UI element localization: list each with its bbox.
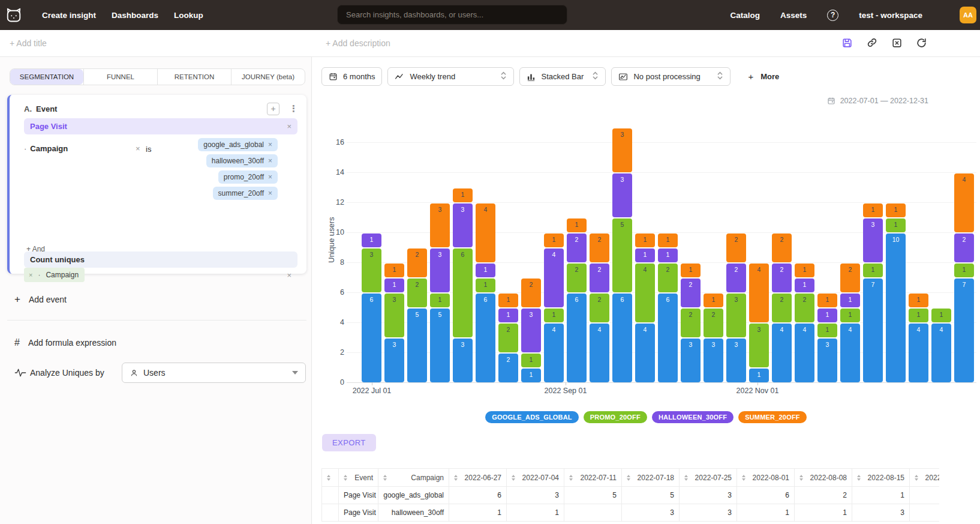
bar-segment[interactable]: 2 <box>590 264 609 292</box>
help-icon[interactable]: ? <box>827 10 838 21</box>
bar-segment[interactable]: 3 <box>612 128 632 172</box>
global-search-input[interactable]: Search insights, dashboards, or users... <box>337 5 567 25</box>
tab-journey[interactable]: JOURNEY (beta) <box>231 69 305 85</box>
breakdown-chip[interactable]: × · Campaign <box>24 268 85 282</box>
legend-pill-google_ads_global[interactable]: GOOGLE_ADS_GLOBAL <box>485 411 579 423</box>
bar-segment[interactable]: 2 <box>498 354 518 382</box>
bar-segment[interactable]: 1 <box>795 279 814 292</box>
bar-2022-07-11[interactable]: 225 <box>407 248 427 382</box>
bar-segment[interactable]: 2 <box>726 233 746 262</box>
bar-segment[interactable]: 2 <box>590 233 609 262</box>
bar-2022-11-07[interactable]: 1124 <box>795 264 814 382</box>
bar-segment[interactable]: 4 <box>772 324 792 382</box>
chart-type-select[interactable]: Stacked Bar <box>519 67 606 86</box>
filter-value-chip[interactable]: summer_20off× <box>213 187 278 200</box>
user-avatar[interactable]: AA <box>960 7 976 23</box>
nav-create-insight[interactable]: Create insight <box>42 11 96 20</box>
bar-segment[interactable]: 1 <box>909 309 928 322</box>
column-header-2022-08-01[interactable]: 2022-08-01 <box>737 469 795 487</box>
bar-segment[interactable]: 5 <box>612 218 632 292</box>
bar-2022-07-18[interactable]: 3315 <box>430 203 450 382</box>
bar-segment[interactable]: 1 <box>544 233 564 247</box>
add-title-button[interactable]: + Add title <box>10 38 47 48</box>
legend-pill-halloween_30off[interactable]: HALLOWEEN_30OFF <box>652 411 734 423</box>
bar-segment[interactable]: 1 <box>817 309 837 322</box>
bar-segment[interactable]: 4 <box>544 248 564 307</box>
bar-segment[interactable]: 2 <box>772 294 792 322</box>
bar-segment[interactable]: 1 <box>384 264 404 277</box>
column-header-campaign[interactable]: Campaign <box>378 469 449 487</box>
bar-segment[interactable]: 4 <box>795 324 814 382</box>
bar-2022-10-10[interactable]: 123 <box>704 294 723 382</box>
bar-segment[interactable]: 1 <box>453 188 473 202</box>
remove-value-icon[interactable]: × <box>268 157 272 165</box>
workspace-name[interactable]: test - workspace <box>859 11 922 20</box>
copy-link-icon[interactable] <box>866 37 878 49</box>
filter-operator[interactable]: is <box>146 145 151 154</box>
bar-segment[interactable]: 3 <box>726 339 746 382</box>
app-logo-cat-icon[interactable] <box>5 6 23 24</box>
bar-segment[interactable]: 4 <box>931 324 951 382</box>
bar-segment[interactable]: 4 <box>635 264 655 322</box>
filter-value-chip[interactable]: google_ads_global× <box>198 138 278 151</box>
bar-segment[interactable]: 1 <box>384 279 404 292</box>
bar-segment[interactable]: 2 <box>772 233 792 262</box>
filter-value-chip[interactable]: promo_20off× <box>218 170 278 184</box>
bar-segment[interactable]: 2 <box>407 248 427 277</box>
bar-2022-09-12[interactable]: 3356 <box>612 128 632 382</box>
remove-value-icon[interactable]: × <box>268 173 272 181</box>
bar-segment[interactable]: 3 <box>430 248 450 292</box>
bar-2022-08-08[interactable]: 1122 <box>498 294 518 382</box>
add-event-button[interactable]: + Add event <box>14 294 67 306</box>
bar-segment[interactable]: 3 <box>521 309 541 352</box>
bar-segment[interactable]: 4 <box>954 173 974 232</box>
nav-assets[interactable]: Assets <box>780 11 807 20</box>
bar-segment[interactable]: 3 <box>362 248 381 292</box>
bar-segment[interactable]: 6 <box>567 294 587 382</box>
legend-pill-promo_20off[interactable]: PROMO_20OFF <box>584 411 647 423</box>
event-menu-icon[interactable]: ⋮ <box>289 103 298 114</box>
column-header-2022-07-25[interactable]: 2022-07-25 <box>680 469 737 487</box>
analyze-by-select[interactable]: Users <box>122 363 306 383</box>
event-selector[interactable]: Page Visit × <box>24 118 297 134</box>
nav-dashboards[interactable]: Dashboards <box>112 11 158 20</box>
remove-filter-icon[interactable]: × <box>136 144 140 153</box>
bar-2022-08-01[interactable]: 4116 <box>476 203 495 382</box>
bar-segment[interactable]: 2 <box>567 233 587 262</box>
bar-segment[interactable]: 3 <box>430 203 450 247</box>
bar-segment[interactable]: 4 <box>544 324 564 382</box>
bar-segment[interactable]: 2 <box>407 279 427 307</box>
bar-segment[interactable]: 3 <box>384 339 404 382</box>
bar-segment[interactable]: 1 <box>635 233 655 247</box>
trend-select[interactable]: Weekly trend <box>387 67 514 86</box>
bar-segment[interactable]: 1 <box>681 264 701 277</box>
bar-segment[interactable]: 4 <box>840 324 860 382</box>
bar-2022-11-28[interactable]: 1317 <box>863 203 883 382</box>
bar-2022-09-05[interactable]: 2224 <box>590 233 609 382</box>
bar-segment[interactable]: 1 <box>909 294 928 307</box>
bar-segment[interactable]: 1 <box>795 264 814 277</box>
bar-segment[interactable]: 1 <box>704 294 723 307</box>
bar-segment[interactable]: 1 <box>521 369 541 382</box>
filter-property[interactable]: Campaign <box>30 144 68 153</box>
tab-retention[interactable]: RETENTION <box>157 69 231 85</box>
bar-2022-12-26[interactable]: 4217 <box>954 173 974 382</box>
bar-2022-09-19[interactable]: 1144 <box>635 233 655 382</box>
add-formula-button[interactable]: # Add formula expression <box>14 337 116 348</box>
bar-segment[interactable]: 1 <box>658 233 678 247</box>
bar-segment[interactable]: 6 <box>453 248 473 337</box>
column-header-2022-07-04[interactable]: 2022-07-04 <box>507 469 564 487</box>
bar-segment[interactable]: 2 <box>567 264 587 292</box>
bar-segment[interactable]: 2 <box>498 324 518 352</box>
remove-value-icon[interactable]: × <box>268 140 272 149</box>
nav-catalog[interactable]: Catalog <box>730 11 760 20</box>
bar-segment[interactable]: 3 <box>612 173 632 217</box>
sort-icon[interactable] <box>799 475 803 481</box>
bar-segment[interactable]: 1 <box>886 218 906 232</box>
bar-segment[interactable]: 3 <box>817 339 837 382</box>
bar-segment[interactable]: 2 <box>726 264 746 292</box>
filter-value-chip[interactable]: halloween_30off× <box>206 154 278 167</box>
remove-event-icon[interactable]: × <box>287 122 291 131</box>
bar-2022-11-21[interactable]: 2114 <box>840 264 860 382</box>
bar-segment[interactable]: 2 <box>954 233 974 262</box>
